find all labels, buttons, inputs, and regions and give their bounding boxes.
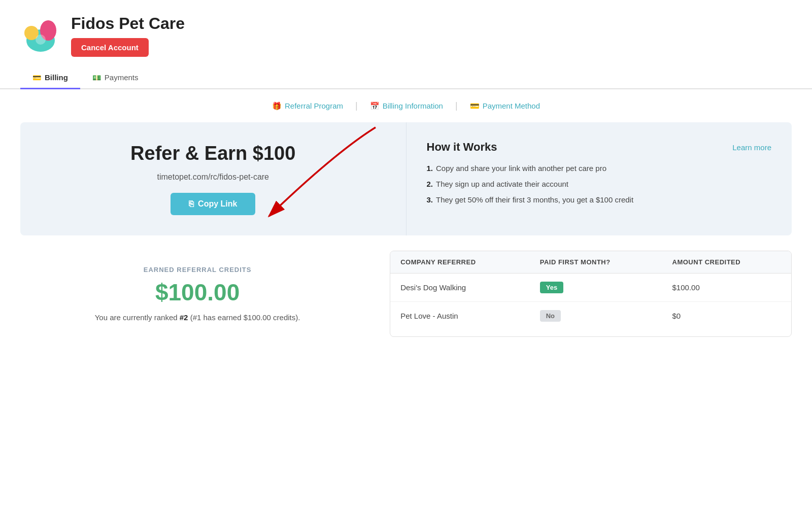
billing-tab-icon: 💳: [32, 74, 41, 82]
tab-billing[interactable]: 💳 Billing: [20, 67, 80, 89]
svg-point-3: [36, 35, 46, 45]
table-row: Pet Love - Austin No $0: [390, 302, 791, 330]
subnav-referral[interactable]: 🎁 Referral Program: [260, 101, 355, 111]
earned-credits-section: EARNED REFERRAL CREDITS $100.00 You are …: [20, 251, 375, 337]
table-header-row: COMPANY REFERRED PAID FIRST MONTH? AMOUN…: [390, 251, 791, 273]
company-name-cell: Pet Love - Austin: [390, 302, 530, 330]
referral-hero: Refer & Earn $100 timetopet.com/rc/fidos…: [20, 122, 792, 235]
page-header: Fidos Pet Care Cancel Account: [0, 0, 812, 67]
step-text: Copy and share your link with another pe…: [436, 164, 606, 173]
status-badge: No: [540, 310, 561, 322]
paid-status-cell: Yes: [530, 273, 662, 302]
how-it-works-list: 1. Copy and share your link with another…: [427, 164, 772, 204]
payments-tab-icon: 💵: [92, 74, 101, 82]
referral-url: timetopet.com/rc/fidos-pet-care: [157, 173, 269, 182]
step-text: They sign up and activate their account: [436, 180, 568, 188]
referral-table: COMPANY REFERRED PAID FIRST MONTH? AMOUN…: [390, 251, 791, 330]
referral-nav-label: Referral Program: [285, 101, 343, 110]
earned-credits-amount: $100.00: [155, 279, 240, 306]
amount-cell: $0: [662, 302, 791, 330]
subnav-payment-method[interactable]: 💳 Payment Method: [458, 101, 552, 111]
bottom-section: EARNED REFERRAL CREDITS $100.00 You are …: [20, 251, 792, 337]
list-item: 1. Copy and share your link with another…: [427, 164, 772, 173]
company-name: Fidos Pet Care: [71, 14, 185, 33]
tab-billing-label: Billing: [45, 73, 68, 82]
cancel-account-button[interactable]: Cancel Account: [71, 38, 149, 57]
col-amount-credited: AMOUNT CREDITED: [662, 251, 791, 273]
learn-more-link[interactable]: Learn more: [732, 143, 771, 152]
rank-number: #2: [180, 313, 188, 322]
subnav-billing-info[interactable]: 📅 Billing Information: [358, 101, 455, 111]
tab-payments[interactable]: 💵 Payments: [80, 67, 151, 89]
referral-nav-icon: 🎁: [272, 101, 282, 111]
billing-info-nav-label: Billing Information: [383, 101, 443, 110]
copy-link-icon: ⎘: [189, 199, 194, 209]
how-it-works-header: How it Works Learn more: [427, 141, 772, 154]
sub-navigation: 🎁 Referral Program | 📅 Billing Informati…: [0, 89, 812, 122]
main-content: Refer & Earn $100 timetopet.com/rc/fidos…: [0, 122, 812, 357]
list-item: 2. They sign up and activate their accou…: [427, 180, 772, 188]
paid-status-cell: No: [530, 302, 662, 330]
billing-info-nav-icon: 📅: [370, 101, 380, 111]
earned-credits-label: EARNED REFERRAL CREDITS: [144, 266, 252, 273]
rank-text-before: You are currently ranked: [95, 313, 180, 322]
main-tabs: 💳 Billing 💵 Payments: [0, 67, 812, 89]
list-item: 3. They get 50% off their first 3 months…: [427, 195, 772, 204]
amount-cell: $100.00: [662, 273, 791, 302]
table-row: Desi's Dog Walking Yes $100.00: [390, 273, 791, 302]
step-number: 3.: [427, 195, 433, 204]
step-number: 1.: [427, 164, 433, 173]
header-info: Fidos Pet Care Cancel Account: [71, 14, 185, 57]
col-paid-first-month: PAID FIRST MONTH?: [530, 251, 662, 273]
step-number: 2.: [427, 180, 433, 188]
payment-method-nav-icon: 💳: [470, 101, 480, 111]
status-badge: Yes: [540, 282, 563, 293]
step-text: They get 50% off their first 3 months, y…: [436, 195, 633, 204]
how-it-works-title: How it Works: [427, 141, 497, 154]
referral-table-container: COMPANY REFERRED PAID FIRST MONTH? AMOUN…: [390, 251, 792, 337]
col-company-referred: COMPANY REFERRED: [390, 251, 530, 273]
company-name-cell: Desi's Dog Walking: [390, 273, 530, 302]
company-logo: [20, 15, 61, 56]
copy-link-button[interactable]: ⎘ Copy Link: [171, 193, 255, 215]
referral-title: Refer & Earn $100: [130, 143, 295, 164]
copy-link-label: Copy Link: [198, 199, 237, 209]
referral-left-panel: Refer & Earn $100 timetopet.com/rc/fidos…: [20, 122, 406, 235]
payment-method-nav-label: Payment Method: [483, 101, 540, 110]
earned-credits-rank: You are currently ranked #2 (#1 has earn…: [95, 313, 300, 322]
rank-text-after: (#1 has earned $100.00 credits).: [188, 313, 300, 322]
referral-hero-wrapper: Refer & Earn $100 timetopet.com/rc/fidos…: [20, 122, 792, 235]
referral-right-panel: How it Works Learn more 1. Copy and shar…: [406, 122, 792, 235]
tab-payments-label: Payments: [105, 73, 139, 82]
